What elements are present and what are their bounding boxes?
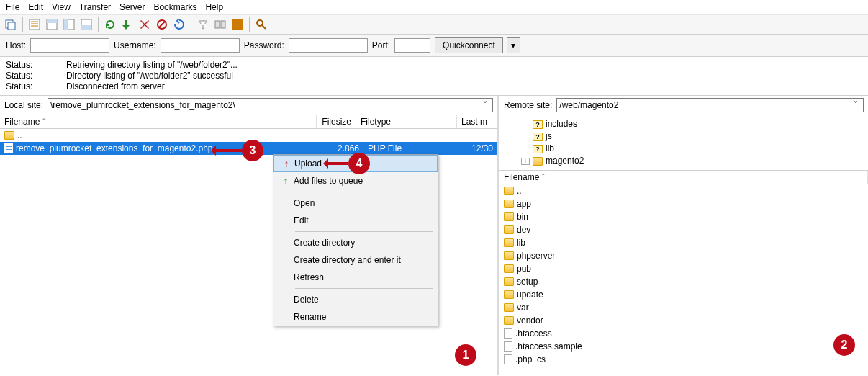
folder-icon (533, 157, 543, 166)
list-item[interactable]: update (499, 288, 868, 301)
password-label: Password: (244, 40, 284, 50)
cancel-icon[interactable] (137, 17, 153, 32)
svg-rect-2 (30, 19, 40, 30)
refresh-icon[interactable] (102, 17, 118, 32)
site-manager-icon[interactable] (3, 17, 19, 32)
reconnect-icon[interactable] (171, 17, 187, 32)
disconnect-icon[interactable] (154, 17, 170, 32)
list-item[interactable]: vendor (499, 314, 868, 327)
unknown-folder-icon: ? (533, 133, 543, 141)
remote-file-list[interactable]: .. app bin dev lib phpserver pub setup u… (499, 184, 868, 375)
remote-site-label: Remote site: (504, 100, 552, 110)
local-path: \remove_plumrocket_extensions_for_magent… (50, 100, 480, 110)
menu-server[interactable]: Server (119, 2, 145, 12)
host-input[interactable] (30, 38, 109, 53)
list-item[interactable]: pub (499, 262, 868, 275)
status-text: Disconnected from server (66, 81, 165, 92)
ctx-rename[interactable]: Rename (273, 308, 438, 326)
list-item[interactable]: phpserver (499, 249, 868, 262)
remote-pane: Remote site: /web/magento2 ˅ ?includes ?… (499, 96, 868, 375)
menu-view[interactable]: View (52, 2, 71, 12)
ctx-create-dir-enter[interactable]: Create directory and enter it (273, 251, 438, 269)
chevron-down-icon[interactable]: ˅ (480, 100, 490, 110)
menu-file[interactable]: File (6, 2, 19, 12)
toggle-remotetree-icon[interactable] (61, 17, 77, 32)
list-item[interactable]: bin (499, 210, 868, 223)
menu-bookmarks[interactable]: Bookmarks (153, 2, 196, 12)
unknown-folder-icon: ? (533, 145, 543, 153)
list-item[interactable]: .php_cs (499, 353, 868, 366)
tree-node[interactable]: includes (546, 118, 577, 130)
remote-path: /web/magento2 (559, 100, 851, 110)
ctx-edit[interactable]: Edit (273, 212, 438, 229)
ctx-rename-label: Rename (294, 312, 326, 322)
file-icon (504, 328, 512, 339)
col-filesize[interactable]: Filesize (317, 115, 356, 128)
file-icon (504, 341, 512, 352)
filename: .php_cs (515, 354, 546, 364)
toggle-localtree-icon[interactable] (44, 17, 60, 32)
context-menu: ↑Upload ↑Add files to queue Open Edit Cr… (273, 154, 438, 326)
ctx-create-dir[interactable]: Create directory (273, 234, 438, 251)
tree-node[interactable]: magento2 (546, 155, 584, 167)
col-filename[interactable]: Filename (499, 171, 868, 184)
folder-icon (504, 277, 514, 286)
list-item[interactable]: var (499, 301, 868, 314)
filter-icon[interactable] (195, 17, 211, 32)
col-lastmod[interactable]: Last m (457, 115, 497, 128)
quickconnect-dropdown[interactable]: ▾ (507, 37, 520, 53)
port-input[interactable] (394, 38, 430, 53)
filename: bin (517, 212, 528, 222)
folder-up-icon (504, 187, 514, 195)
ctx-refresh[interactable]: Refresh (273, 269, 438, 286)
local-column-header: Filename Filesize Filetype Last m (0, 115, 497, 129)
status-text: Directory listing of "/web/folder2" succ… (66, 71, 233, 81)
quickconnect-button[interactable]: Quickconnect (435, 37, 503, 53)
username-input[interactable] (161, 38, 240, 53)
menu-help[interactable]: Help (205, 2, 223, 12)
annotation-arrow-3 (213, 149, 242, 152)
list-item[interactable]: lib (499, 236, 868, 249)
find-icon[interactable] (253, 17, 269, 32)
col-filetype[interactable]: Filetype (356, 115, 457, 128)
sync-browse-icon[interactable] (230, 17, 245, 32)
list-item[interactable]: setup (499, 275, 868, 288)
list-item[interactable]: .htaccess (499, 327, 868, 340)
file-icon (504, 354, 512, 364)
ctx-delete[interactable]: Delete (273, 291, 438, 308)
list-item[interactable]: app (499, 197, 868, 210)
svg-rect-16 (232, 19, 243, 30)
menu-edit[interactable]: Edit (28, 2, 43, 12)
toggle-queue-icon[interactable] (78, 17, 94, 32)
list-item-up[interactable]: .. (499, 184, 868, 197)
list-item[interactable]: .htaccess.sample (499, 340, 868, 353)
expand-icon[interactable]: + (521, 158, 530, 165)
status-label: Status: (6, 81, 49, 92)
tree-node[interactable]: lib (546, 143, 554, 155)
ctx-open[interactable]: Open (273, 194, 438, 212)
remote-path-combo[interactable]: /web/magento2 ˅ (556, 98, 864, 112)
filename: update (517, 290, 543, 300)
php-file-icon (4, 143, 13, 153)
ctx-addqueue-label: Add files to queue (294, 176, 363, 186)
ctx-add-queue[interactable]: ↑Add files to queue (273, 172, 438, 189)
status-label: Status: (6, 60, 49, 71)
local-path-combo[interactable]: \remove_plumrocket_extensions_for_magent… (48, 98, 493, 112)
list-item[interactable]: dev (499, 223, 868, 236)
compare-icon[interactable] (212, 17, 228, 32)
toolbar (0, 15, 868, 35)
folder-up-icon (4, 131, 14, 140)
filename: remove_plumrocket_extensions_for_magento… (16, 143, 317, 153)
filesize: 2.866 (320, 143, 359, 153)
chevron-down-icon[interactable]: ˅ (851, 100, 861, 110)
menu-transfer[interactable]: Transfer (79, 2, 111, 12)
password-input[interactable] (289, 38, 368, 53)
tree-node[interactable]: js (546, 130, 552, 143)
filename: pub (517, 264, 531, 274)
col-filename[interactable]: Filename (0, 115, 317, 128)
remote-tree[interactable]: ?includes ?js ?lib +magento2 (499, 115, 868, 171)
toggle-log-icon[interactable] (27, 17, 42, 32)
filename: dev (517, 225, 530, 235)
filename: .. (17, 130, 22, 140)
process-queue-icon[interactable] (119, 17, 135, 32)
